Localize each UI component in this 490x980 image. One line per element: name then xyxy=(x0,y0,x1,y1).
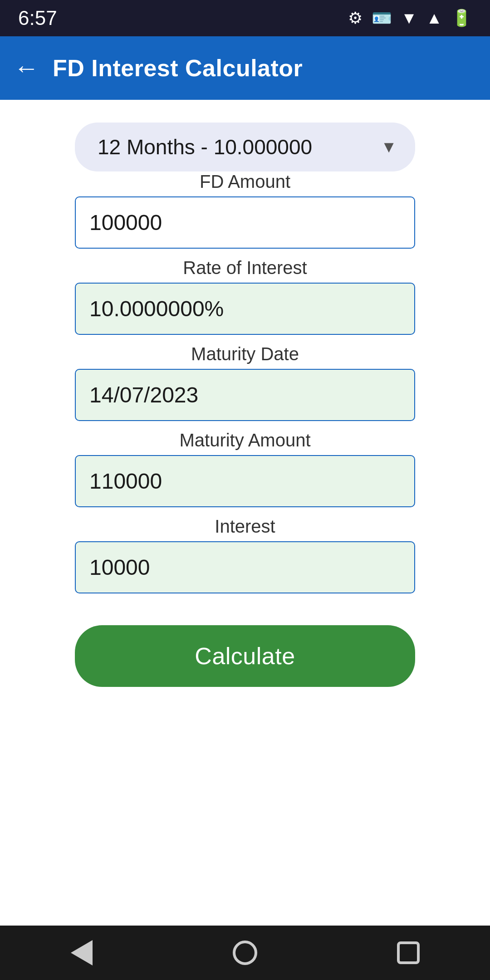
main-content: 12 Months - 10.000000 ▼ FD Amount Rate o… xyxy=(0,100,490,926)
signal-icon: ▲ xyxy=(426,9,442,28)
home-circle-icon xyxy=(233,941,257,965)
fd-amount-label: FD Amount xyxy=(75,172,415,192)
app-bar: ← FD Interest Calculator xyxy=(0,36,490,100)
nav-back-button[interactable] xyxy=(59,930,104,975)
back-button[interactable]: ← xyxy=(14,55,39,81)
interest-label: Interest xyxy=(75,516,415,537)
maturity-date-input[interactable] xyxy=(75,369,415,421)
calculate-button[interactable]: Calculate xyxy=(75,625,415,687)
rate-of-interest-group: Rate of Interest xyxy=(75,258,415,335)
maturity-date-label: Maturity Date xyxy=(75,344,415,364)
maturity-amount-group: Maturity Amount xyxy=(75,430,415,507)
battery-icon: 🔋 xyxy=(451,9,472,28)
nav-recent-button[interactable] xyxy=(386,930,431,975)
maturity-amount-label: Maturity Amount xyxy=(75,430,415,451)
interest-input[interactable] xyxy=(75,541,415,593)
back-triangle-icon xyxy=(71,940,93,965)
maturity-amount-input[interactable] xyxy=(75,455,415,507)
recent-square-icon xyxy=(397,941,420,964)
fd-amount-group: FD Amount xyxy=(75,172,415,249)
settings-icon: ⚙ xyxy=(348,9,363,28)
status-time: 6:57 xyxy=(18,7,57,29)
wifi-icon: ▼ xyxy=(401,9,417,28)
rate-of-interest-label: Rate of Interest xyxy=(75,258,415,278)
fd-amount-input[interactable] xyxy=(75,196,415,249)
maturity-date-group: Maturity Date xyxy=(75,344,415,421)
status-bar: 6:57 ⚙ 🪪 ▼ ▲ 🔋 xyxy=(0,0,490,36)
rate-of-interest-input[interactable] xyxy=(75,283,415,335)
interest-group: Interest xyxy=(75,516,415,593)
nav-home-button[interactable] xyxy=(222,930,268,975)
calculate-button-container: Calculate xyxy=(75,625,415,687)
duration-dropdown[interactable]: 12 Months - 10.000000 xyxy=(75,122,415,172)
app-title: FD Interest Calculator xyxy=(53,54,303,82)
navigation-bar xyxy=(0,926,490,980)
sd-card-icon: 🪪 xyxy=(372,9,392,28)
status-icons: ⚙ 🪪 ▼ ▲ 🔋 xyxy=(348,9,472,28)
duration-dropdown-wrapper[interactable]: 12 Months - 10.000000 ▼ xyxy=(75,122,415,172)
